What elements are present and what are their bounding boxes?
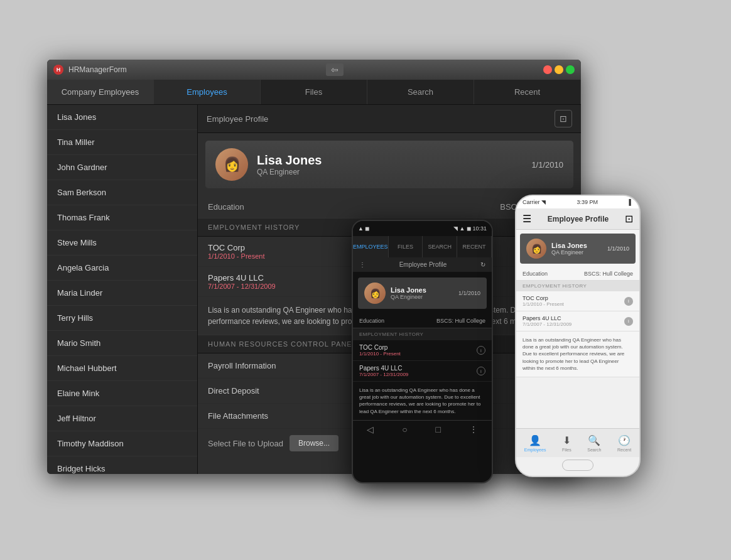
iphone-emp-card: 👩 Lisa Jones QA Engineer 1/1/2010	[520, 234, 636, 264]
main-content: Lisa Jones Tina Miller John Gardner Sam …	[47, 105, 581, 474]
iphone-education-value: BSCS: Hull College	[584, 271, 633, 277]
android-emp-name: Lisa Jones	[391, 286, 426, 294]
android-nav-bar: EMPLOYEES FILES SEARCH RECENT	[353, 236, 492, 257]
tab-employees[interactable]: Employees	[154, 80, 261, 104]
minimize-button[interactable]	[555, 65, 563, 74]
android-emp-info: Lisa Jones QA Engineer	[391, 286, 426, 300]
close-button[interactable]	[543, 65, 552, 74]
android-back-nav[interactable]: ◁	[367, 424, 374, 434]
app-window: H HRManagerForm ⇦ Company Employees Empl…	[47, 60, 581, 474]
upload-button[interactable]: Browse...	[290, 435, 338, 451]
sidebar-item-bridget-hicks[interactable]: Bridget Hicks	[47, 456, 197, 474]
android-bottom-bar: ◁ ○ □ ⋮	[353, 420, 492, 439]
tab-company[interactable]: Company Employees	[47, 80, 154, 104]
sidebar-item-terry-hills[interactable]: Terry Hills	[47, 306, 197, 331]
employee-card: 👩 Lisa Jones QA Engineer 1/1/2010	[205, 141, 573, 188]
android-avatar: 👩	[364, 283, 386, 304]
sidebar-item-timothy-maddison[interactable]: Timothy Maddison	[47, 431, 197, 456]
android-tab-files[interactable]: FILES	[389, 236, 423, 257]
nav-bar: Company Employees Employees Files Search…	[47, 80, 581, 105]
sidebar-item-jeff-hiltnor[interactable]: Jeff Hiltnor	[47, 406, 197, 431]
iphone-battery: ▌	[629, 199, 633, 205]
sidebar-item-michael-hubbert[interactable]: Michael Hubbert	[47, 356, 197, 381]
android-info-icon-2[interactable]: i	[477, 367, 485, 375]
tab-search[interactable]: Search	[367, 80, 474, 104]
sidebar: Lisa Jones Tina Miller John Gardner Sam …	[47, 105, 198, 474]
sidebar-item-john-gardner[interactable]: John Gardner	[47, 155, 197, 180]
android-emp-title: QA Engineer	[391, 294, 426, 300]
iphone: Carrier ◥ 3:39 PM ▌ ☰ Employee Profile ⊡…	[515, 195, 641, 477]
education-label: Education	[208, 202, 244, 212]
android-menu-nav[interactable]: ⋮	[469, 424, 478, 434]
iphone-profile-title: Employee Profile	[548, 215, 609, 223]
sidebar-item-lisa-jones[interactable]: Lisa Jones	[47, 105, 197, 130]
employee-start-date: 1/1/2010	[531, 160, 563, 170]
iphone-home-button[interactable]	[562, 460, 593, 471]
android-recents-nav[interactable]: □	[435, 424, 440, 434]
iphone-carrier: Carrier ◥	[523, 199, 546, 205]
app-title: HRManagerForm	[68, 65, 127, 74]
iphone-expand-icon[interactable]: ⊡	[625, 213, 633, 225]
iphone-content: 👩 Lisa Jones QA Engineer 1/1/2010 Educat…	[516, 230, 639, 377]
android-menu-icon[interactable]: ⋮	[359, 261, 366, 268]
sidebar-item-angela-garcia[interactable]: Angela Garcia	[47, 256, 197, 281]
iphone-nav-recent[interactable]: 🕐 Recent	[617, 434, 631, 452]
files-icon: ⬇	[563, 434, 571, 446]
expand-button[interactable]: ⊡	[555, 110, 572, 127]
iphone-info-icon[interactable]: i	[624, 297, 633, 306]
employee-info: Lisa Jones QA Engineer	[257, 153, 523, 176]
iphone-time: 3:39 PM	[577, 199, 598, 205]
iphone-bio: Lisa is an outstanding QA Engineer who h…	[516, 331, 639, 377]
sidebar-item-steve-mills[interactable]: Steve Mills	[47, 230, 197, 256]
iphone-menu-icon[interactable]: ☰	[523, 213, 531, 225]
sidebar-item-sam-berkson[interactable]: Sam Berkson	[47, 180, 197, 205]
maximize-button[interactable]	[566, 65, 575, 74]
avatar: 👩	[215, 148, 248, 181]
sidebar-item-tina-miller[interactable]: Tina Miller	[47, 130, 197, 155]
tab-files[interactable]: Files	[261, 80, 367, 104]
android-status-bar: ▲ ◼ ◥ ▲ ◼ 10:31	[353, 221, 492, 236]
sidebar-item-thomas-frank[interactable]: Thomas Frank	[47, 205, 197, 230]
window-controls	[543, 65, 575, 74]
profile-header-bar: Employee Profile ⊡	[198, 105, 581, 133]
iphone-info-icon-2[interactable]: i	[624, 317, 633, 326]
sidebar-item-mario-smith[interactable]: Mario Smith	[47, 331, 197, 356]
android-info-icon[interactable]: i	[477, 346, 485, 355]
android-refresh-icon[interactable]: ↻	[480, 261, 485, 268]
android-home-nav[interactable]: ○	[402, 424, 407, 434]
android-tab-employees[interactable]: EMPLOYEES	[353, 236, 389, 257]
android-job-papers4u: Papers 4U LLC 7/1/2007 - 12/31/2009 i	[353, 361, 492, 382]
android-emp-date: 1/1/2010	[458, 290, 480, 296]
iphone-nav-employees[interactable]: 👤 Employees	[524, 434, 546, 452]
android-education-row: Education BSCS: Hull College	[353, 314, 492, 328]
android-bio: Lisa is an outstanding QA Engineer who h…	[353, 382, 492, 420]
iphone-nav-files[interactable]: ⬇ Files	[562, 434, 571, 452]
android-tab-recent[interactable]: RECENT	[457, 236, 492, 257]
sidebar-item-elaine-mink[interactable]: Elaine Mink	[47, 381, 197, 406]
title-bar: H HRManagerForm ⇦	[47, 60, 581, 80]
iphone-emp-date: 1/1/2010	[607, 245, 629, 252]
iphone-job-papers4u: Papers 4U LLC 7/1/2007 - 12/31/2009 i	[516, 311, 639, 331]
android-profile-bar: ⋮ Employee Profile ↻	[353, 257, 492, 272]
android-tab-search[interactable]: SEARCH	[423, 236, 457, 257]
iphone-status-bar: Carrier ◥ 3:39 PM ▌	[516, 196, 639, 208]
android-phone: ▲ ◼ ◥ ▲ ◼ 10:31 EMPLOYEES FILES SEARCH R…	[352, 220, 493, 483]
profile-header-label: Employee Profile	[207, 114, 268, 124]
employee-name: Lisa Jones	[257, 153, 523, 168]
android-emp-card: 👩 Lisa Jones QA Engineer 1/1/2010	[358, 277, 487, 309]
back-button[interactable]: ⇦	[326, 63, 344, 76]
android-job-toc: TOC Corp 1/1/2010 - Present i	[353, 340, 492, 361]
android-profile-label: Employee Profile	[399, 261, 447, 268]
iphone-education-row: Education BSCS: Hull College	[516, 267, 639, 281]
iphone-emp-name: Lisa Jones	[551, 242, 587, 249]
iphone-emp-title: QA Engineer	[551, 249, 587, 256]
sidebar-item-maria-linder[interactable]: Maria Linder	[47, 281, 197, 306]
clock-icon: 🕐	[618, 434, 631, 446]
iphone-nav-search[interactable]: 🔍 Search	[587, 434, 601, 452]
iphone-employment-title: EMPLOYMENT HISTORY	[516, 281, 639, 291]
employee-job-title: QA Engineer	[257, 168, 523, 176]
android-employment-title: EMPLOYMENT HISTORY	[353, 328, 492, 340]
tab-recent[interactable]: Recent	[474, 80, 581, 104]
app-icon: H	[53, 65, 63, 75]
upload-label: Select File to Upload	[208, 439, 283, 448]
